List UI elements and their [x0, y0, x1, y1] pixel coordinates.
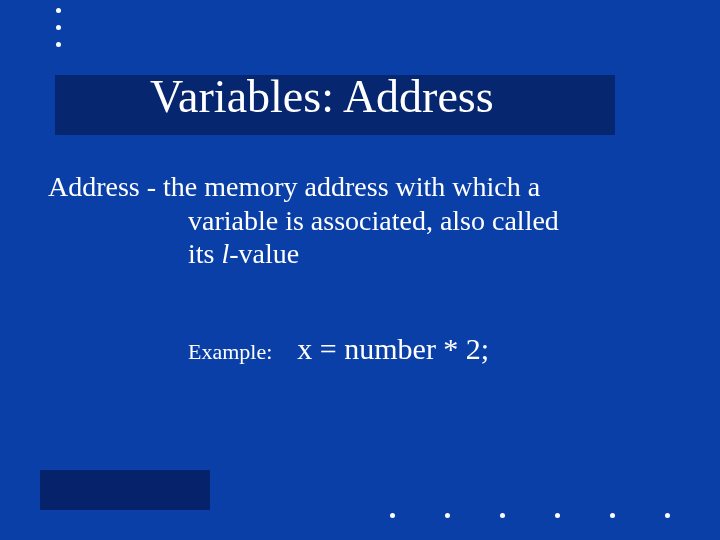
example-row: Example: x = number * 2; [188, 331, 680, 367]
dot-icon [665, 513, 670, 518]
dot-icon [610, 513, 615, 518]
definition-line: Address - the memory address with which … [48, 170, 680, 204]
example-label: Example: [188, 339, 272, 364]
example-code: x = number * 2; [297, 332, 489, 365]
decorative-bullets-bottom [390, 513, 720, 518]
slide-title: Variables: Address [150, 70, 494, 123]
dot-icon [56, 42, 61, 47]
dot-icon [56, 25, 61, 30]
definition-text: -value [229, 238, 299, 269]
definition-line: its l-value [188, 237, 680, 271]
decorative-bar [40, 470, 210, 510]
dot-icon [390, 513, 395, 518]
definition-line: variable is associated, also called [188, 204, 680, 238]
definition-text: its [188, 238, 221, 269]
decorative-bullets-top [56, 8, 61, 59]
dot-icon [500, 513, 505, 518]
dot-icon [56, 8, 61, 13]
dot-icon [555, 513, 560, 518]
slide: Variables: Address Address - the memory … [0, 0, 720, 540]
slide-body: Address - the memory address with which … [48, 170, 680, 367]
dot-icon [445, 513, 450, 518]
